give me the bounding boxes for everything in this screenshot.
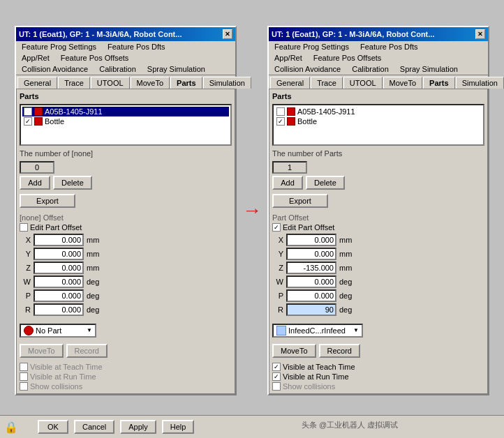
left-menu-collision[interactable]: Collision Avoidance [16,63,94,75]
right-parts-list[interactable]: A05B-1405-J911 ✓ Bottle [272,104,484,146]
right-input-z[interactable]: -135.000 [286,262,336,274]
left-check-teach-box[interactable] [20,363,28,371]
right-bottom-checks: ✓ Visible at Teach Time ✓ Visible at Run… [272,363,484,391]
right-menu-calibration[interactable]: Calibration [346,63,394,75]
right-delete-btn[interactable]: Delete [306,176,345,190]
right-close-btn[interactable]: ✕ [475,29,485,39]
right-field-x: X 0.000 mm [272,234,484,246]
left-input-z[interactable]: 0.000 [34,262,84,274]
right-tab-row: General Trace UTOOL MoveTo Parts Simulat… [269,75,488,89]
right-input-y[interactable]: 0.000 [286,248,336,260]
left-close-btn[interactable]: ✕ [223,29,232,39]
left-part-item-0[interactable]: A05B-1405-J911 [22,107,229,116]
left-menu-feature-prog[interactable]: Feature Prog Settings [16,41,102,52]
right-num-box: 1 [272,161,307,174]
left-record-btn[interactable]: Record [66,344,108,358]
left-tab-moveto[interactable]: MoveTo [131,77,170,89]
right-input-p[interactable]: 0.000 [286,289,336,302]
left-offset-title: [none] Offset [20,213,232,222]
left-panel: UT: 1 (Eoat1), GP: 1 - M-3iA/6A, Robot C… [15,26,237,395]
left-nopart-row: No Part ▼ [20,324,232,338]
left-menu-appret[interactable]: App/Ret [16,52,55,63]
left-menu-feature-pos-offsets[interactable]: Feature Pos Offsets [55,52,135,63]
left-nopart-dropdown[interactable]: No Part ▼ [20,324,96,338]
right-part-item-1[interactable]: ✓ Bottle [275,116,482,126]
left-part-check-1[interactable]: ✓ [24,117,32,126]
cancel-btn[interactable]: Cancel [74,420,114,434]
right-tab-content: Parts A05B-1405-J911 ✓ Bottle The number… [269,89,488,394]
left-moveto-btn[interactable]: MoveTo [20,344,64,358]
right-check-run-label: Visible at Run Time [283,372,349,381]
right-menu-feature-pos-dfts[interactable]: Feature Pos Dfts [355,41,424,52]
left-input-y[interactable]: 0.000 [34,248,84,260]
left-export-btn[interactable]: Export [20,194,75,208]
right-tab-moveto[interactable]: MoveTo [383,77,423,89]
right-input-w[interactable]: 0.000 [286,275,336,288]
left-tab-general[interactable]: General [17,77,57,89]
right-part-check-0[interactable] [276,107,285,116]
left-check-collision-box[interactable] [20,382,28,391]
right-edit-checkbox[interactable]: ✓ [272,223,281,232]
right-infeed-dropdown[interactable]: InfeedC...rInfeed ▼ [272,324,363,338]
left-part-check-0[interactable] [24,107,32,116]
left-tab-trace[interactable]: Trace [58,77,90,89]
left-edit-checkbox[interactable] [20,223,28,232]
left-tab-simulation[interactable]: Simulation [203,77,251,89]
right-edit-checkbox-row: ✓ Edit Part Offset [272,223,484,232]
right-menu-spray[interactable]: Spray Simulation [394,63,464,75]
left-menu-feature-pos-dfts[interactable]: Feature Pos Dfts [102,41,171,52]
right-menu-row2: App/Ret Feature Pos Offsets [269,52,488,63]
left-parts-list[interactable]: A05B-1405-J911 ✓ Bottle [20,104,232,146]
right-menu-feature-prog[interactable]: Feature Prog Settings [269,41,355,52]
right-record-btn[interactable]: Record [319,344,360,358]
right-moveto-btn[interactable]: MoveTo [272,344,316,358]
help-btn[interactable]: Help [162,420,195,434]
right-menu-collision[interactable]: Collision Avoidance [269,63,346,75]
left-input-p[interactable]: 0.000 [34,289,84,302]
right-check-run-box[interactable]: ✓ [272,372,281,381]
right-part-check-1[interactable]: ✓ [276,117,285,126]
left-menu-calibration[interactable]: Calibration [94,63,142,75]
right-export-btn[interactable]: Export [272,194,328,208]
right-title-buttons: ✕ [475,29,485,39]
left-label-z: Z [20,264,31,272]
left-check-run: Visible at Run Time [20,372,232,381]
left-tab-utool[interactable]: UTOOL [91,77,130,89]
apply-btn[interactable]: Apply [120,420,156,434]
left-part-item-1[interactable]: ✓ Bottle [22,116,229,126]
left-check-run-box[interactable] [20,372,28,381]
left-label-x: X [20,236,31,244]
right-add-btn[interactable]: Add [272,176,303,190]
right-part-item-0[interactable]: A05B-1405-J911 [275,107,482,116]
left-input-w[interactable]: 0.000 [34,275,84,288]
right-input-r[interactable]: 90 [286,303,336,316]
left-title-text: UT: 1 (Eoat1), GP: 1 - M-3iA/6A, Robot C… [19,30,181,38]
right-tab-simulation[interactable]: Simulation [456,77,504,89]
right-input-x[interactable]: 0.000 [286,234,336,246]
right-menu-feature-pos-offsets[interactable]: Feature Pos Offsets [308,52,387,63]
right-check-teach-box[interactable]: ✓ [272,363,281,371]
right-menu-appret[interactable]: App/Ret [269,52,308,63]
left-input-r[interactable]: 0.000 [34,303,84,316]
right-tab-parts[interactable]: Parts [423,77,455,89]
left-num-box: 0 [20,161,54,174]
right-tab-general[interactable]: General [270,77,310,89]
left-nopart-icon [24,326,34,335]
left-add-btn[interactable]: Add [20,176,50,190]
left-nopart-label: No Part [36,326,61,335]
left-tab-parts[interactable]: Parts [170,77,202,89]
right-check-collision-box[interactable] [272,382,281,391]
right-label-p: P [272,292,283,300]
ok-btn[interactable]: OK [38,420,68,434]
left-unit-w: deg [87,278,103,286]
right-tab-utool[interactable]: UTOOL [343,77,383,89]
left-input-x[interactable]: 0.000 [34,234,84,246]
right-field-w: W 0.000 deg [272,275,484,288]
left-menu-spray[interactable]: Spray Simulation [142,63,211,75]
left-add-delete-row: Add Delete [20,176,232,190]
right-edit-label: Edit Part Offset [283,223,334,232]
right-check-teach-label: Visible at Teach Time [283,363,355,371]
right-tab-trace[interactable]: Trace [311,77,343,89]
left-check-collision: Show collisions [20,382,232,391]
left-delete-btn[interactable]: Delete [53,176,92,190]
